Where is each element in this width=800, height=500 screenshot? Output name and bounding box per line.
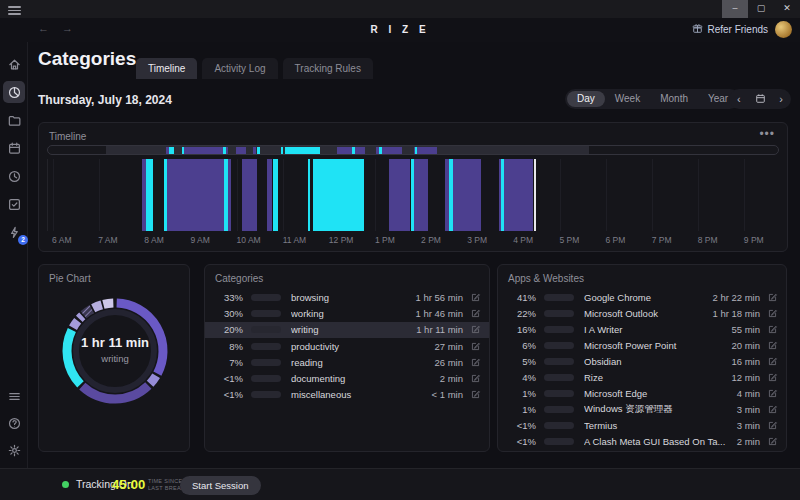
range-month[interactable]: Month — [650, 91, 698, 107]
sidebar-item-check-square-icon[interactable] — [3, 193, 25, 215]
app-row[interactable]: 1%Windows 资源管理器3 min — [498, 401, 786, 417]
timeline-menu-icon[interactable]: ••• — [759, 127, 775, 141]
app-row[interactable]: 41%Google Chrome2 hr 22 min — [498, 289, 786, 305]
row-percent: 22% — [498, 308, 536, 319]
edit-icon[interactable] — [767, 324, 778, 335]
edit-icon[interactable] — [767, 388, 778, 399]
calendar-picker-icon[interactable] — [755, 90, 766, 108]
row-time: 12 min — [731, 372, 760, 383]
donut-segment[interactable] — [84, 309, 92, 315]
timeline-activity-block-purple[interactable] — [414, 159, 428, 231]
minimap-block — [417, 147, 437, 155]
timeline-activity-block-white[interactable] — [534, 159, 536, 231]
timeline-activity-block-purple[interactable] — [167, 159, 224, 231]
donut-segment[interactable] — [79, 316, 82, 319]
row-time: 20 min — [731, 340, 760, 351]
donut-segment[interactable] — [103, 303, 113, 304]
edit-icon[interactable] — [767, 292, 778, 303]
timeline-activity-block-cyan[interactable] — [308, 159, 311, 231]
next-day-button[interactable]: › — [779, 90, 783, 108]
timeline-activity-block-purple[interactable] — [504, 159, 533, 231]
edit-icon[interactable] — [767, 404, 778, 415]
edit-icon[interactable] — [470, 292, 481, 303]
sidebar: 2 — [0, 42, 28, 468]
app-row[interactable]: 4%Rize12 min — [498, 369, 786, 385]
sidebar-item-clock-icon[interactable] — [3, 165, 25, 187]
donut-segment[interactable] — [73, 321, 78, 328]
sidebar-item-calendar-icon[interactable] — [3, 137, 25, 159]
sidebar-item-zap-icon[interactable]: 2 — [3, 221, 25, 243]
donut-chart[interactable]: 1 hr 11 min writing — [57, 293, 173, 409]
rize-logo: R I Z E — [0, 24, 800, 35]
minimize-button[interactable]: – — [722, 0, 748, 18]
gift-icon — [692, 23, 703, 36]
category-row[interactable]: 7%reading26 min — [205, 354, 489, 370]
timeline-activity-block-cyan[interactable] — [146, 159, 153, 231]
timeline-chart[interactable] — [47, 159, 779, 231]
sidebar-item-help-icon[interactable] — [3, 412, 25, 434]
app-row[interactable]: 1%Microsoft Edge4 min — [498, 385, 786, 401]
row-percent: 20% — [205, 324, 243, 335]
edit-icon[interactable] — [470, 324, 481, 335]
prev-day-button[interactable]: ‹ — [737, 90, 741, 108]
edit-icon[interactable] — [767, 308, 778, 319]
donut-segment[interactable] — [93, 305, 102, 308]
app-row[interactable]: 6%Microsoft Power Point20 min — [498, 337, 786, 353]
donut-segment[interactable] — [150, 376, 156, 384]
close-button[interactable]: ✕ — [774, 0, 800, 18]
timeline-activity-block-purple[interactable] — [389, 159, 410, 231]
maximize-button[interactable]: ▢ — [748, 0, 774, 18]
app-row[interactable]: <1%A Clash Meta GUI Based On Ta...2 min — [498, 433, 786, 449]
page-title: Categories — [38, 48, 136, 70]
minimap-block — [169, 147, 174, 155]
edit-icon[interactable] — [470, 373, 481, 384]
timeline-activity-block-purple[interactable] — [228, 159, 231, 231]
timeline-activity-block-purple[interactable] — [267, 159, 271, 231]
edit-icon[interactable] — [470, 308, 481, 319]
edit-icon[interactable] — [767, 420, 778, 431]
tab-tracking-rules[interactable]: Tracking Rules — [283, 58, 373, 79]
sidebar-item-gear-icon[interactable] — [3, 439, 25, 461]
edit-icon[interactable] — [767, 340, 778, 351]
category-row[interactable]: 33%browsing1 hr 56 min — [205, 289, 489, 305]
category-row[interactable]: 8%productivity27 min — [205, 338, 489, 354]
range-week[interactable]: Week — [605, 91, 650, 107]
timeline-activity-block-purple[interactable] — [242, 159, 257, 231]
edit-icon[interactable] — [767, 372, 778, 383]
timeline-activity-block-cyan[interactable] — [273, 159, 277, 231]
edit-icon[interactable] — [767, 356, 778, 367]
menu-icon[interactable] — [8, 4, 21, 14]
range-day[interactable]: Day — [567, 91, 605, 107]
category-row[interactable]: <1%miscellaneous< 1 min — [205, 387, 489, 403]
row-bar — [251, 294, 281, 301]
axis-tick-label: 9 AM — [190, 235, 209, 245]
sidebar-item-list-icon[interactable] — [3, 385, 25, 407]
start-session-button[interactable]: Start Session — [180, 476, 261, 495]
sidebar-item-pie-timer-icon[interactable] — [3, 81, 25, 103]
row-bar — [544, 342, 574, 349]
sidebar-item-home-icon[interactable] — [3, 53, 25, 75]
edit-icon[interactable] — [470, 341, 481, 352]
tab-activity-log[interactable]: Activity Log — [202, 58, 277, 79]
tab-timeline[interactable]: Timeline — [136, 58, 197, 79]
minimap-block — [355, 147, 365, 155]
refer-friends-button[interactable]: Refer Friends — [692, 23, 768, 36]
category-row[interactable]: 20%writing1 hr 11 min — [205, 322, 489, 338]
app-row[interactable]: 5%Obsidian16 min — [498, 353, 786, 369]
category-row[interactable]: <1%documenting2 min — [205, 370, 489, 386]
edit-icon[interactable] — [470, 389, 481, 400]
app-row[interactable]: <1%Termius3 min — [498, 417, 786, 433]
app-row[interactable]: 22%Microsoft Outlook1 hr 18 min — [498, 305, 786, 321]
row-time: 3 min — [737, 420, 760, 431]
timeline-minimap[interactable] — [47, 145, 779, 155]
timeline-activity-block-cyan[interactable] — [313, 159, 364, 231]
app-row[interactable]: 16%I A Writer55 min — [498, 321, 786, 337]
timeline-activity-block-purple[interactable] — [453, 159, 482, 231]
edit-icon[interactable] — [767, 436, 778, 447]
sidebar-item-folder-icon[interactable] — [3, 109, 25, 131]
category-row[interactable]: 30%working1 hr 46 min — [205, 305, 489, 321]
date-label: Thursday, July 18, 2024 — [38, 93, 172, 107]
row-name: A Clash Meta GUI Based On Ta... — [584, 436, 737, 447]
avatar[interactable] — [775, 21, 792, 38]
edit-icon[interactable] — [470, 357, 481, 368]
